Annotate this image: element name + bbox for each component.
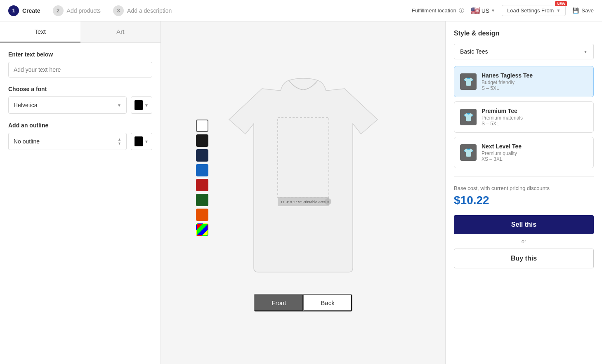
load-settings-chevron: ▼ [556, 8, 560, 13]
save-label: Save [581, 7, 594, 14]
buy-button[interactable]: Buy this [454, 249, 594, 268]
base-cost-label: Base cost, with current pricing discount… [454, 185, 594, 191]
swatch-multicolor[interactable] [196, 223, 208, 236]
enter-text-label: Enter text below [8, 51, 152, 58]
product-hanes-sub1: Budget friendly [482, 80, 588, 85]
font-color-button[interactable]: ▼ [131, 96, 152, 114]
color-swatches [196, 120, 208, 236]
style-value: Basic Tees [460, 48, 488, 55]
swatch-green[interactable] [196, 194, 208, 206]
outline-color-swatch [135, 136, 143, 146]
style-design-title: Style & design [454, 30, 594, 37]
font-row: Helvetica ▼ ▼ [8, 96, 152, 114]
fulfillment-label: Fulfillment location [412, 7, 456, 14]
text-input[interactable] [8, 62, 152, 77]
country-label: US [482, 7, 489, 14]
swatch-white[interactable] [196, 120, 208, 132]
product-nextlevel-name: Next Level Tee [482, 143, 588, 150]
step-3-num: 3 [113, 5, 124, 16]
save-button[interactable]: 💾 Save [572, 7, 594, 14]
style-dropdown[interactable]: Basic Tees ▼ [454, 44, 594, 59]
tshirt-svg: 11.9" x 17.9" Printable Area ⊕ [217, 74, 390, 280]
step-1: 1 Create [8, 5, 40, 16]
nav-right: Fulfillment location ⓘ 🇺🇸 US ▼ NEW Load … [412, 5, 594, 16]
tshirt-icon: 👕 [463, 148, 474, 157]
font-dropdown[interactable]: Helvetica ▼ [8, 96, 127, 114]
product-premium-name: Premium Tee [482, 108, 588, 114]
fulfillment-location: Fulfillment location ⓘ [412, 7, 464, 14]
product-premium-thumb: 👕 [460, 109, 477, 125]
save-icon: 💾 [572, 7, 579, 14]
tab-row: Text Art [0, 21, 161, 43]
style-chevron: ▼ [583, 49, 588, 54]
outline-dropdown[interactable]: No outline ▲▼ [8, 133, 127, 150]
step-1-label: Create [22, 7, 40, 14]
step-2[interactable]: 2 Add products [53, 5, 101, 16]
swatch-red[interactable] [196, 179, 208, 191]
swatch-orange[interactable] [196, 209, 208, 221]
new-badge: NEW [555, 1, 567, 6]
tshirt-icon: 👕 [463, 77, 474, 87]
add-outline-label: Add an outline [8, 122, 152, 129]
main-layout: Text Art Enter text below Choose a font … [0, 21, 602, 364]
country-chevron: ▼ [491, 8, 495, 13]
svg-text:11.9" x 17.9" Printable Area: 11.9" x 17.9" Printable Area [281, 200, 326, 204]
tab-text[interactable]: Text [0, 21, 80, 42]
right-panel: Style & design Basic Tees ▼ 👕 Hanes Tagl… [445, 21, 602, 364]
step-3-label: Add a description [127, 7, 172, 14]
country-selector[interactable]: 🇺🇸 US ▼ [471, 6, 495, 15]
product-nextlevel-sub1: Premium quality [482, 150, 588, 156]
product-premium-sub1: Premium materials [482, 115, 588, 121]
product-hanes-sub2: S – 5XL [482, 85, 588, 91]
help-icon[interactable]: ⓘ [459, 7, 464, 14]
step-1-num: 1 [8, 5, 19, 16]
load-settings-button[interactable]: NEW Load Settings From ▼ [502, 5, 566, 16]
center-canvas: 11.9" x 17.9" Printable Area ⊕ Front Bac… [161, 21, 445, 364]
tshirt-container: 11.9" x 17.9" Printable Area ⊕ [217, 74, 390, 282]
product-hanes-name: Hanes Tagless Tee [482, 72, 588, 79]
choose-font-label: Choose a font [8, 86, 152, 92]
outline-arrows: ▲▼ [118, 137, 121, 146]
left-content: Enter text below Choose a font Helvetica… [0, 43, 161, 158]
svg-text:⊕: ⊕ [326, 200, 330, 204]
outline-color-button[interactable]: ▼ [131, 133, 152, 150]
tshirt-preview: 11.9" x 17.9" Printable Area ⊕ [217, 74, 390, 282]
divider [454, 176, 594, 177]
or-text: or [454, 238, 594, 244]
left-panel: Text Art Enter text below Choose a font … [0, 21, 161, 364]
flag-icon: 🇺🇸 [471, 6, 480, 15]
outline-row: No outline ▲▼ ▼ [8, 133, 152, 150]
font-value: Helvetica [14, 102, 38, 108]
step-3[interactable]: 3 Add a description [113, 5, 172, 16]
top-nav: 1 Create 2 Add products 3 Add a descript… [0, 0, 602, 21]
load-settings-label: Load Settings From [507, 7, 554, 14]
product-nextlevel-sub2: XS – 3XL [482, 156, 588, 162]
outline-value: No outline [14, 138, 40, 145]
outline-color-chevron: ▼ [144, 139, 149, 144]
product-premium[interactable]: 👕 Premium Tee Premium materials S – 5XL [454, 101, 594, 133]
step-2-label: Add products [67, 7, 101, 14]
swatch-black[interactable] [196, 134, 208, 147]
font-color-chevron: ▼ [144, 103, 149, 108]
font-color-swatch [135, 100, 143, 110]
view-toggle: Front Back [254, 294, 352, 312]
swatch-navy[interactable] [196, 149, 208, 162]
font-chevron: ▼ [117, 103, 121, 108]
product-premium-sub2: S – 5XL [482, 121, 588, 127]
base-price: $10.22 [454, 194, 594, 207]
view-front-button[interactable]: Front [254, 294, 303, 311]
view-back-button[interactable]: Back [303, 294, 352, 311]
product-hanes-thumb: 👕 [460, 73, 477, 90]
step-2-num: 2 [53, 5, 64, 16]
product-nextlevel-info: Next Level Tee Premium quality XS – 3XL [482, 143, 588, 162]
product-nextlevel-thumb: 👕 [460, 144, 477, 161]
sell-button[interactable]: Sell this [454, 215, 594, 234]
product-hanes-info: Hanes Tagless Tee Budget friendly S – 5X… [482, 72, 588, 91]
product-hanes[interactable]: 👕 Hanes Tagless Tee Budget friendly S – … [454, 66, 594, 97]
tshirt-icon: 👕 [463, 112, 474, 122]
tab-art[interactable]: Art [80, 21, 161, 42]
product-nextlevel[interactable]: 👕 Next Level Tee Premium quality XS – 3X… [454, 137, 594, 168]
product-premium-info: Premium Tee Premium materials S – 5XL [482, 108, 588, 127]
swatch-blue[interactable] [196, 164, 208, 176]
